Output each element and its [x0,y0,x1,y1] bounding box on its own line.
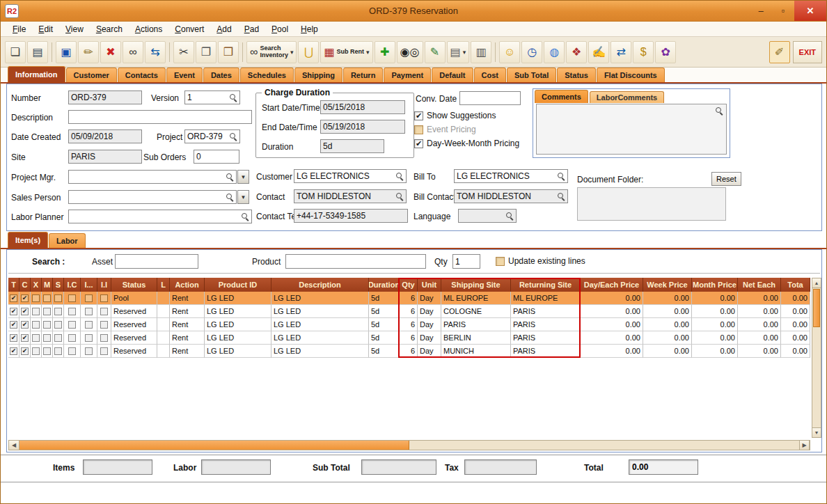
cell-product-id[interactable]: LG LED [205,318,271,331]
vertical-scrollbar[interactable]: ▲ ▼ [812,278,821,438]
cell-duration[interactable]: 5d [369,331,400,345]
cell-check-i-i[interactable] [97,305,111,318]
tab-customer[interactable]: Customer [66,68,117,82]
version-field[interactable]: 1 [184,90,240,104]
column-header-action[interactable]: Action [170,278,205,292]
column-header-i-i[interactable]: I.I [97,278,111,292]
cell-description[interactable]: LG LED [271,318,369,331]
cell-unit[interactable]: Day [418,305,441,318]
cell-net-each[interactable]: 0.00 [738,318,781,331]
checkbox-icon[interactable] [21,334,29,342]
checkbox-icon[interactable] [85,347,93,355]
cell-shipping-site[interactable]: ML EUROPE [441,292,511,305]
checkbox-icon[interactable] [43,308,51,315]
checkbox-icon[interactable] [100,308,108,315]
cell-net-each[interactable]: 0.00 [738,345,781,358]
cell-check-s[interactable] [53,292,64,305]
cell-status[interactable]: Reserved [111,345,157,358]
cell-returning-site[interactable]: PARIS [511,345,581,358]
column-header-week-price[interactable]: Week Price [643,278,692,292]
document-folder-box[interactable] [577,187,726,221]
checkbox-icon[interactable] [414,111,423,120]
print-button[interactable]: ▤ [27,41,48,63]
cell-l[interactable] [157,345,170,358]
search-icon[interactable] [395,172,404,180]
tab-status[interactable]: Status [557,68,596,82]
tab-flat-discounts[interactable]: Flat Discounts [597,68,665,82]
checkbox-icon[interactable] [10,334,17,342]
tab-payment[interactable]: Payment [384,68,431,82]
checkbox-icon[interactable] [85,321,93,329]
column-header-c[interactable]: C [19,278,31,292]
cell-check-m[interactable] [42,345,53,358]
asset-input[interactable] [115,254,198,269]
cell-duration[interactable]: 5d [369,305,400,318]
cell-check-t[interactable] [8,345,19,358]
cell-unit[interactable]: Day [418,318,441,331]
cell-action[interactable]: Rent [170,345,205,358]
checkbox-icon[interactable] [54,308,62,315]
cell-net-each[interactable]: 0.00 [738,305,781,318]
cell-month-price[interactable]: 0.00 [692,345,738,358]
cell-month-price[interactable]: 0.00 [692,292,738,305]
column-header-description[interactable]: Description [271,278,369,292]
search-icon[interactable] [226,173,234,181]
cell-unit[interactable]: Day [418,331,441,345]
checkbox-icon[interactable] [68,321,76,329]
horizontal-scroll-thumb[interactable] [19,441,409,450]
scroll-up-icon[interactable]: ▲ [812,278,821,288]
cell-status[interactable]: Reserved [111,305,157,318]
checkbox-icon[interactable] [54,294,62,302]
checkbox-icon[interactable] [68,294,76,302]
cell-check-i[interactable] [81,292,97,305]
column-header-month-price[interactable]: Month Price [692,278,738,292]
cell-check-t[interactable] [8,318,19,331]
cell-check-i-c[interactable] [64,318,81,331]
sub-rent-dropdown-icon[interactable]: ▾ [366,49,370,56]
cell-net-each[interactable]: 0.00 [738,292,781,305]
search-icon[interactable] [229,132,237,141]
pad-stack-dropdown-icon[interactable]: ▾ [463,49,466,56]
tab-laborcomments[interactable]: LaborComments [590,91,664,103]
contact-tel-field[interactable]: +44-17-5349-1585 [294,209,408,223]
description-field[interactable] [68,110,252,124]
search-icon[interactable] [505,212,514,220]
cell-check-x[interactable] [31,305,42,318]
cell-net-each[interactable]: 0.00 [738,331,781,345]
cell-check-i-i[interactable] [97,345,111,358]
column-header-product-id[interactable]: Product ID [205,278,271,292]
money-button[interactable]: $ [633,41,654,63]
conv-date-field[interactable] [459,91,521,105]
menu-file[interactable]: File [6,23,32,36]
cell-check-i-i[interactable] [97,331,111,345]
cell-week-price[interactable]: 0.00 [643,305,692,318]
copy-button[interactable]: ❐ [196,41,216,63]
checkbox-icon[interactable] [10,308,17,315]
update-existing-lines-checkbox[interactable]: Update existing lines [496,256,585,266]
cell-month-price[interactable]: 0.00 [692,318,738,331]
checkbox-icon[interactable] [54,321,62,329]
cell-returning-site[interactable]: PARIS [511,305,581,318]
sub-rent-button[interactable]: ▦Sub Rent▾ [320,41,372,63]
cell-description[interactable]: LG LED [271,331,369,345]
cell-status[interactable]: Reserved [111,331,157,345]
search-inventory-button[interactable]: ∞Search Inventory▾ [246,41,297,63]
cell-unit[interactable]: Day [418,345,441,358]
checkbox-icon[interactable] [32,334,40,342]
bill-contact-field[interactable]: TOM HIDDLESTON [454,189,568,203]
cell-check-t[interactable] [8,292,19,305]
notepad-edit-button[interactable]: ✍ [588,41,609,63]
tab-shipping[interactable]: Shipping [294,68,342,82]
cell-qty[interactable]: 6 [400,318,418,331]
cell-day-each-price[interactable]: 0.00 [581,292,643,305]
cell-action[interactable]: Rent [170,305,205,318]
cell-week-price[interactable]: 0.00 [643,318,692,331]
cell-l[interactable] [157,331,170,345]
tab-comments[interactable]: Comments [535,90,588,103]
menu-add[interactable]: Add [210,23,237,36]
cell-check-s[interactable] [53,305,64,318]
checkbox-icon[interactable] [414,139,423,148]
cell-check-x[interactable] [31,345,42,358]
checkbox-icon[interactable] [100,321,108,329]
checkbox-icon[interactable] [68,347,76,355]
